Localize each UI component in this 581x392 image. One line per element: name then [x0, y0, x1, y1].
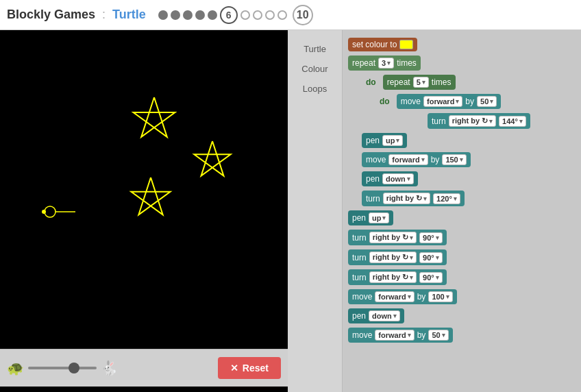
turn2-val-dropdown[interactable]: 120°: [433, 193, 460, 204]
turn2-block[interactable]: turn right by ↻ 120°: [362, 191, 465, 206]
dot-1[interactable]: [158, 10, 168, 20]
pen-down2-block[interactable]: pen down: [348, 308, 404, 323]
reset-label: Reset: [243, 363, 269, 373]
repeat-label1: repeat: [352, 58, 375, 68]
move4-forward-dropdown[interactable]: forward: [375, 330, 414, 341]
move4-val-dropdown[interactable]: 50: [428, 330, 448, 341]
reset-button[interactable]: ✕ Reset: [218, 357, 281, 379]
turn4-dir-dropdown[interactable]: right by ↻: [369, 252, 417, 263]
repeat-label2: repeat: [387, 77, 410, 87]
turn3-row: turn right by ↻ 90°: [348, 230, 576, 245]
move-forward2-block[interactable]: move forward by 150: [362, 152, 471, 167]
move4-block[interactable]: move forward by 50: [348, 328, 453, 343]
turn1-val-dropdown[interactable]: 144°: [499, 116, 526, 127]
reset-icon: ✕: [230, 363, 238, 373]
turn2-row: turn right by ↻ 120°: [362, 191, 576, 206]
level-dots: 6 10: [158, 5, 313, 25]
turn3-dir-dropdown[interactable]: right by ↻: [369, 232, 417, 243]
title-turtle: Turtle: [112, 8, 146, 22]
move3-forward-dropdown[interactable]: forward: [375, 291, 414, 302]
turtle-fast-icon: 🐇: [101, 360, 118, 376]
turn5-row: turn right by ↻ 90°: [348, 269, 576, 285]
pen-up1-row: pen up: [362, 133, 576, 148]
move3-val-dropdown[interactable]: 100: [428, 291, 452, 302]
canvas-area: 🐢 🐇 ✕ Reset: [0, 30, 288, 392]
speed-slider[interactable]: [28, 367, 97, 369]
level-max: 10: [293, 5, 313, 25]
dot-8[interactable]: [253, 10, 262, 20]
move-forward2-dropdown[interactable]: forward: [388, 154, 428, 165]
sidebar: Turtle Colour Loops: [288, 30, 343, 392]
dot-5[interactable]: [208, 10, 217, 20]
blocks-area: set colour to repeat 3 times do repeat 5…: [343, 30, 581, 392]
turn2-dir-dropdown[interactable]: right by ↻: [383, 193, 430, 204]
dot-2[interactable]: [171, 10, 180, 20]
dot-10[interactable]: [277, 10, 287, 20]
move4-row: move forward by 50: [348, 328, 576, 343]
header: Blockly Games : Turtle 6 10: [0, 0, 581, 30]
pen-up1-block[interactable]: pen up: [362, 133, 407, 148]
move-val1-dropdown[interactable]: 50: [477, 96, 497, 107]
dot-7[interactable]: [240, 10, 250, 20]
pen-down1-row: pen down: [362, 171, 576, 186]
pen-up1-dropdown[interactable]: up: [382, 135, 403, 146]
move-forward1-block[interactable]: move forward by 50: [397, 94, 502, 109]
title-blockly: Blockly Games: [7, 8, 95, 22]
dot-4[interactable]: [195, 10, 205, 20]
turn1-row: turn right by ↻ 144°: [428, 113, 576, 129]
sidebar-item-loops[interactable]: Loops: [303, 84, 327, 94]
set-colour-label: set colour to: [352, 40, 397, 49]
move3-row: move forward by 100: [348, 289, 576, 304]
pen-up2-row: pen up: [348, 210, 576, 225]
repeat2-times-label: times: [432, 77, 452, 87]
dot-3[interactable]: [183, 10, 193, 20]
sidebar-item-turtle[interactable]: Turtle: [304, 44, 326, 54]
move-val2-dropdown[interactable]: 150: [442, 154, 466, 165]
pen-down2-dropdown[interactable]: down: [369, 310, 400, 321]
repeat2-block[interactable]: repeat 5 times: [383, 75, 456, 90]
main-layout: 🐢 🐇 ✕ Reset Turtle Colour Loops set colo…: [0, 30, 581, 392]
set-colour-block-row: set colour to: [348, 38, 576, 51]
turn3-block[interactable]: turn right by ↻ 90°: [348, 230, 447, 245]
colour-swatch[interactable]: [399, 40, 413, 49]
pen-up2-block[interactable]: pen up: [348, 210, 393, 225]
turn4-row: turn right by ↻ 90°: [348, 249, 576, 265]
repeat1-times-label: times: [397, 58, 417, 68]
repeat2-count-dropdown[interactable]: 5: [413, 77, 429, 88]
speed-control: 🐢 🐇: [7, 360, 211, 376]
pen-down1-block[interactable]: pen down: [362, 171, 418, 186]
turn5-val-dropdown[interactable]: 90°: [419, 272, 443, 283]
turtle-slow-icon: 🐢: [7, 360, 24, 376]
pen-up2-dropdown[interactable]: up: [369, 212, 389, 223]
turn4-block[interactable]: turn right by ↻ 90°: [348, 249, 447, 265]
turn3-val-dropdown[interactable]: 90°: [419, 232, 443, 243]
turn5-dir-dropdown[interactable]: right by ↻: [369, 271, 417, 283]
do2-label: do: [380, 97, 390, 106]
dot-9[interactable]: [265, 10, 275, 20]
do1-row: do repeat 5 times: [362, 75, 576, 90]
do1-label: do: [366, 77, 376, 87]
repeat1-block[interactable]: repeat 3 times: [348, 56, 421, 71]
controls-bar: 🐢 🐇 ✕ Reset: [0, 349, 288, 387]
move-forward1-dropdown[interactable]: forward: [423, 96, 462, 107]
turn1-block[interactable]: turn right by ↻ 144°: [428, 113, 530, 129]
move2-row: move forward by 150: [362, 152, 576, 167]
dot-6-active[interactable]: 6: [220, 6, 238, 24]
repeat1-count-dropdown[interactable]: 3: [378, 58, 394, 69]
pen-down2-row: pen down: [348, 308, 576, 323]
pen-down1-dropdown[interactable]: down: [382, 173, 414, 184]
turtle-canvas: [0, 30, 288, 349]
turn4-val-dropdown[interactable]: 90°: [419, 252, 443, 263]
turn1-dir-dropdown[interactable]: right by ↻: [449, 115, 496, 127]
turn5-block[interactable]: turn right by ↻ 90°: [348, 269, 447, 285]
repeat1-header-row: repeat 3 times: [348, 56, 576, 71]
set-colour-block[interactable]: set colour to: [348, 38, 417, 51]
move3-block[interactable]: move forward by 100: [348, 289, 457, 304]
sidebar-item-colour[interactable]: Colour: [301, 64, 327, 74]
title-sep: :: [102, 8, 106, 22]
do2-row: do move forward by 50: [375, 94, 576, 109]
